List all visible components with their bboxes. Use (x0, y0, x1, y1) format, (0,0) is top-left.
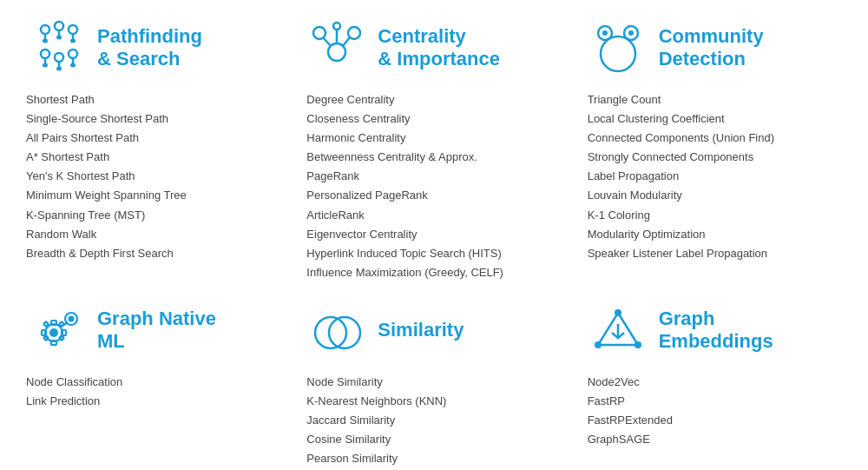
svg-line-21 (323, 37, 331, 46)
list-item: Label Propagation (588, 167, 842, 186)
community-icon (588, 17, 648, 78)
list-item: Betweenness Centrality & Approx. (306, 148, 561, 167)
list-item: A* Shortest Path (26, 148, 280, 167)
list-item: Cosine Similarity (306, 430, 561, 449)
section-graphml: Graph NativeML Node Classification Link … (17, 300, 289, 470)
list-item: Influence Maximization (Greedy, CELF) (306, 263, 561, 282)
list-item: Node Classification (26, 373, 280, 392)
similarity-icon (306, 300, 367, 361)
list-item: Link Prediction (26, 392, 280, 411)
list-item: Shortest Path (26, 90, 280, 109)
list-item: Jaccard Similarity (306, 411, 561, 430)
embeddings-items: Node2Vec FastRP FastRPExtended GraphSAGE (588, 373, 842, 449)
list-item: Minimum Weight Spanning Tree (26, 186, 280, 205)
section-header-similarity: Similarity (306, 300, 561, 361)
list-item: Yen's K Shortest Path (26, 167, 280, 186)
svg-point-48 (635, 341, 641, 348)
list-item: Modularity Optimization (588, 225, 842, 244)
svg-point-0 (41, 25, 49, 34)
section-community: CommunityDetection Triangle Count Local … (579, 17, 851, 282)
list-item: Strongly Connected Components (588, 148, 842, 167)
list-item: All Pairs Shortest Path (26, 129, 280, 148)
centrality-title: Centrality& Importance (378, 25, 500, 71)
list-item: Node Similarity (306, 373, 561, 392)
svg-point-41 (69, 315, 75, 321)
list-item: ArticleRank (306, 206, 561, 225)
svg-point-25 (601, 36, 635, 71)
graphml-title: Graph NativeML (97, 308, 216, 354)
svg-point-49 (595, 341, 602, 348)
list-item: Eigenvector Centrality (306, 225, 561, 244)
svg-point-17 (70, 63, 76, 68)
list-item: Connected Components (Union Find) (588, 129, 842, 148)
list-item: Pearson Similarity (306, 449, 561, 468)
pathfinding-items: Shortest Path Single-Source Shortest Pat… (26, 90, 280, 263)
section-embeddings: GraphEmbeddings Node2Vec FastRP FastRPEx… (579, 300, 851, 470)
svg-point-12 (55, 53, 63, 62)
section-similarity: Similarity Node Similarity K-Nearest Nei… (298, 300, 569, 470)
svg-point-19 (348, 27, 360, 39)
pathfinding-title: Pathfinding& Search (97, 25, 202, 71)
embeddings-title: GraphEmbeddings (659, 308, 773, 354)
graphml-items: Node Classification Link Prediction (26, 373, 280, 411)
list-item: Hyperlink Induced Topic Search (HITS) (306, 244, 561, 263)
section-centrality: Centrality& Importance Degree Centrality… (298, 17, 569, 282)
svg-point-5 (56, 36, 62, 40)
section-header-centrality: Centrality& Importance (306, 17, 561, 78)
section-header-graphml: Graph NativeML (26, 300, 280, 361)
section-header-community: CommunityDetection (588, 17, 842, 78)
svg-point-8 (70, 39, 76, 43)
svg-point-11 (43, 63, 48, 68)
svg-point-9 (41, 50, 49, 58)
list-item: Triangle Count (588, 90, 842, 109)
similarity-title: Similarity (378, 319, 464, 341)
community-title: CommunityDetection (659, 25, 764, 71)
svg-point-28 (602, 30, 608, 36)
section-header-embeddings: GraphEmbeddings (588, 300, 842, 361)
svg-rect-34 (42, 330, 46, 335)
list-item: K-Nearest Neighbors (KNN) (306, 392, 561, 411)
svg-point-23 (333, 23, 340, 30)
svg-rect-35 (62, 330, 66, 335)
svg-point-6 (69, 25, 77, 34)
list-item: Closeness Centrality (306, 109, 561, 129)
list-item: K-1 Coloring (588, 206, 842, 225)
list-item: Local Clustering Coefficient (588, 109, 842, 129)
svg-point-44 (329, 317, 360, 348)
svg-line-22 (343, 37, 350, 46)
embeddings-icon (588, 300, 648, 361)
svg-point-43 (315, 317, 346, 348)
section-header-pathfinding: Pathfinding& Search (26, 17, 280, 78)
svg-point-2 (43, 39, 48, 43)
main-grid: Pathfinding& Search Shortest Path Single… (17, 17, 851, 470)
svg-point-31 (49, 328, 58, 337)
list-item: Random Walk (26, 225, 280, 244)
svg-point-15 (69, 50, 77, 58)
list-item: Node2Vec (588, 373, 842, 392)
list-item: GraphSAGE (588, 430, 842, 449)
centrality-icon (306, 17, 367, 78)
list-item: FastRP (588, 392, 842, 411)
list-item: Breadth & Depth First Search (26, 244, 280, 263)
svg-point-3 (55, 22, 63, 30)
list-item: Speaker Listener Label Propagation (588, 244, 842, 263)
list-item: Degree Centrality (306, 90, 561, 109)
list-item: Louvain Modularity (588, 186, 842, 205)
centrality-items: Degree Centrality Closeness Centrality H… (306, 90, 561, 282)
similarity-items: Node Similarity K-Nearest Neighbors (KNN… (306, 373, 561, 470)
pathfinding-icon (26, 17, 87, 78)
list-item: K-Spanning Tree (MST) (26, 206, 280, 225)
svg-point-14 (56, 67, 62, 71)
list-item: PageRank (306, 167, 561, 186)
svg-rect-32 (51, 321, 56, 325)
svg-point-29 (628, 30, 634, 36)
list-item: FastRPExtended (588, 411, 842, 430)
svg-point-47 (615, 309, 621, 316)
list-item: Harmonic Centrality (306, 129, 561, 148)
svg-rect-33 (51, 341, 56, 345)
community-items: Triangle Count Local Clustering Coeffici… (588, 90, 842, 263)
list-item: Single-Source Shortest Path (26, 109, 280, 129)
list-item: Personalized PageRank (306, 186, 561, 205)
section-pathfinding: Pathfinding& Search Shortest Path Single… (17, 17, 289, 282)
svg-rect-36 (43, 321, 49, 327)
